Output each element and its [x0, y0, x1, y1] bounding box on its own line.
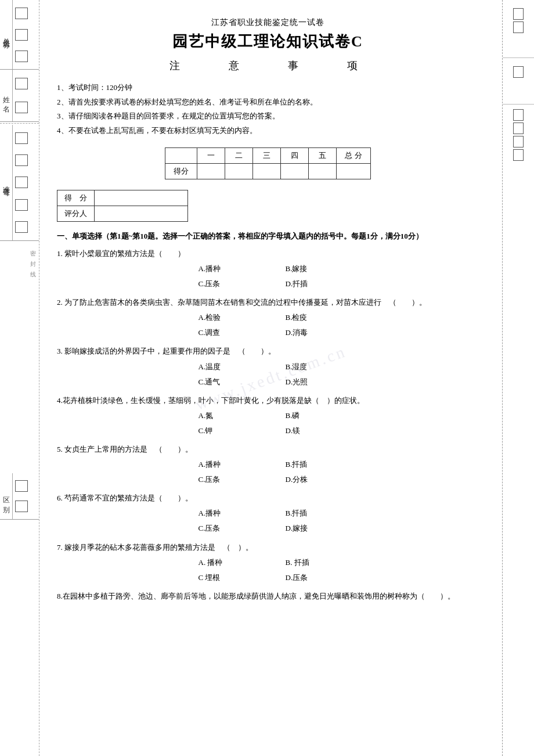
right-label-1: 题 — [514, 5, 523, 6]
main-content: www.jxedt.com.cn 江苏省职业技能鉴定统一试卷 园艺中级工理论知识… — [39, 0, 502, 756]
score-header-total: 总 分 — [337, 147, 370, 163]
name-label: 姓 名 — [0, 70, 13, 121]
question-8: 8.在园林中多植于路旁、池边、廊亭前后等地，以能形成绿荫供游人纳凉，避免日光曝晒… — [57, 590, 479, 603]
exam-id-box-2 — [15, 154, 28, 166]
q1-options-row2: C.压条 D.扦插 — [57, 278, 479, 290]
q6-options-row1: A.播种 B.扦插 — [57, 507, 479, 520]
q1-opt-c: C.压条 — [199, 278, 251, 290]
name-section: 姓 名 — [0, 70, 39, 122]
q6-text: 6. 芍药通常不宜的繁殖方法是（ ）。 — [57, 492, 479, 505]
q6-opt-d: D.嫁接 — [286, 522, 338, 535]
score-cell-1 — [197, 163, 225, 179]
q7-opt-d: D.压条 — [286, 571, 338, 584]
notice-item-4: 4、不要在试卷上乱写乱画，不要在标封区填写无关的内容。 — [57, 124, 479, 138]
right-boxes-3 — [513, 109, 524, 161]
q1-opt-d: D.扦插 — [286, 278, 338, 290]
right-boxes-1 — [513, 8, 524, 33]
name-box-2 — [15, 102, 28, 113]
exam-id-boxes — [13, 125, 30, 240]
score-table: 一 二 三 四 五 总 分 得分 — [165, 147, 370, 179]
unit-name-label: 单位名称 — [0, 0, 13, 69]
name-box-1 — [15, 78, 28, 89]
q2-opt-b: B.检疫 — [286, 311, 338, 324]
decorative-label-1: 密 — [2, 246, 37, 247]
q3-opt-d: D.光照 — [286, 376, 338, 388]
score-cell-total — [337, 163, 370, 179]
score-data-row: 得分 — [165, 163, 370, 179]
question-6: 6. 芍药通常不宜的繁殖方法是（ ）。 A.播种 B.扦插 C.压条 D.嫁接 — [57, 492, 479, 535]
q2-options-row1: A.检验 B.检疫 — [57, 311, 479, 324]
q2-opt-a: A.检验 — [199, 311, 251, 324]
decorative-label-3: 线 — [2, 267, 37, 268]
mini-score-value — [95, 190, 188, 206]
q1-options-row1: A.播种 B.嫁接 — [57, 262, 479, 275]
q2-opt-d: D.消毒 — [286, 326, 338, 339]
q4-opt-c: C.钾 — [199, 424, 251, 437]
score-cell-5 — [309, 163, 337, 179]
right-sidebar: 题 图 — [502, 0, 534, 756]
notice-item-3: 3、请仔细阅读各种题目的回答要求，在规定的位置填写您的答案。 — [57, 109, 479, 124]
score-cell-2 — [225, 163, 253, 179]
right-label-2: 图 — [514, 63, 523, 64]
type-label: 区 别 — [0, 473, 13, 519]
right-section-3 — [503, 105, 534, 756]
unit-box-1 — [15, 8, 28, 19]
q2-text: 2. 为了防止危害苗木的各类病虫害、杂草随同苗木在销售和交流的过程中传播蔓延，对… — [57, 296, 479, 309]
exam-title: 园艺中级工理论知识试卷C — [57, 31, 479, 52]
exam-id-label: 准考证号 — [0, 125, 13, 240]
left-panel: 单位名称 姓 名 准考证号 — [0, 0, 39, 756]
right-boxes-2 — [513, 66, 524, 78]
right-box-4 — [513, 109, 524, 121]
score-header-2: 二 — [225, 147, 253, 163]
mini-score-table: 得 分 评分人 — [57, 190, 188, 222]
question-1: 1. 紫叶小檗最宜的繁殖方法是（ ） A.播种 B.嫁接 C.压条 D.扦插 — [57, 247, 479, 290]
unit-name-section: 单位名称 — [0, 0, 39, 70]
question-5: 5. 女贞生产上常用的方法是 （ ）。 A.播种 B.扦插 C.压条 D.分株 — [57, 443, 479, 486]
q1-opt-a: A.播种 — [199, 262, 251, 275]
decorative-area: 密 封 线 — [0, 241, 39, 473]
score-header-3: 三 — [253, 147, 281, 163]
mini-score-row: 得 分 — [57, 190, 188, 206]
right-box-6 — [513, 136, 524, 147]
q3-options-row2: C.通气 D.光照 — [57, 376, 479, 388]
question-4: 4.花卉植株叶淡绿色，生长缓慢，茎细弱，叶小，下部叶黄化，少有脱落是缺（ ）的症… — [57, 394, 479, 437]
q8-text: 8.在园林中多植于路旁、池边、廊亭前后等地，以能形成绿荫供游人纳凉，避免日光曝晒… — [57, 590, 479, 603]
right-section-1: 题 — [503, 0, 534, 58]
notice-title: 注 意 事 项 — [57, 59, 479, 73]
question-2: 2. 为了防止危害苗木的各类病虫害、杂草随同苗木在销售和交流的过程中传播蔓延，对… — [57, 296, 479, 339]
mini-score-area: 得 分 评分人 — [57, 190, 479, 222]
q5-opt-b: B.扦插 — [286, 458, 338, 471]
q4-opt-b: B.磷 — [286, 409, 338, 422]
q5-opt-a: A.播种 — [199, 458, 251, 471]
right-box-7 — [513, 149, 524, 161]
q5-opt-d: D.分株 — [286, 473, 338, 486]
right-box-1 — [513, 8, 524, 20]
q7-opt-c: C 埋根 — [199, 571, 251, 584]
q6-opt-b: B.扦插 — [286, 507, 338, 520]
q7-text: 7. 嫁接月季花的砧木多花蔷薇多用的繁殖方法是 （ ）。 — [57, 541, 479, 554]
q5-opt-c: C.压条 — [199, 473, 251, 486]
type-boxes — [13, 473, 30, 519]
right-box-2 — [513, 21, 524, 33]
decorative-label-2: 封 — [2, 256, 37, 257]
type-box-1 — [15, 480, 28, 492]
unit-name-boxes — [13, 0, 30, 69]
q5-options-row2: C.压条 D.分株 — [57, 473, 479, 486]
q6-opt-a: A.播种 — [199, 507, 251, 520]
right-box-5 — [513, 123, 524, 134]
score-header-blank — [165, 147, 197, 163]
score-row-label: 得分 — [165, 163, 197, 179]
unit-box-3 — [15, 51, 28, 62]
type-section: 区 别 — [0, 473, 39, 520]
q3-text: 3. 影响嫁接成活的外界因子中，起重要作用的因子是 （ ）。 — [57, 345, 479, 358]
unit-box-2 — [15, 29, 28, 41]
mini-grader-row: 评分人 — [57, 206, 188, 221]
q4-options-row1: A.氮 B.磷 — [57, 409, 479, 422]
q4-options-row2: C.钾 D.镁 — [57, 424, 479, 437]
name-boxes — [13, 70, 30, 121]
q7-opt-b: B. 扦插 — [286, 556, 338, 569]
q3-opt-c: C.通气 — [199, 376, 251, 388]
right-box-3 — [513, 66, 524, 78]
score-cell-4 — [281, 163, 309, 179]
q4-opt-d: D.镁 — [286, 424, 338, 437]
